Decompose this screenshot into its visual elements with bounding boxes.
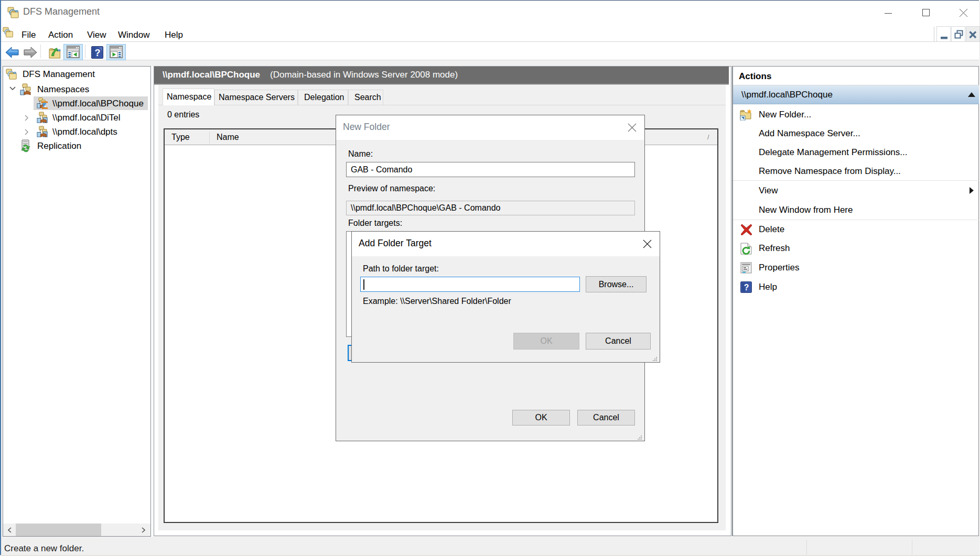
svg-text:?: ? [744, 283, 749, 292]
svg-text:?: ? [95, 48, 101, 58]
